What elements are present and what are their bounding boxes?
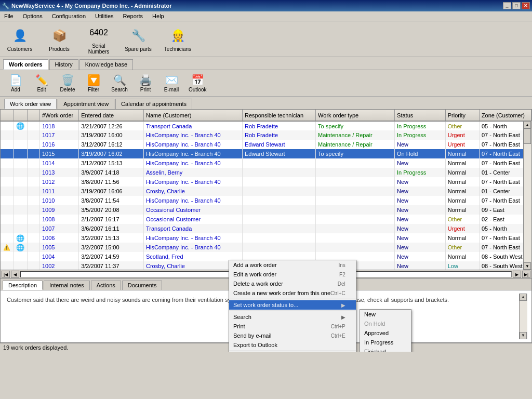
table-scrollbar[interactable]: ▲ ▼ bbox=[523, 121, 531, 270]
close-button[interactable]: ✕ bbox=[522, 2, 530, 9]
desc-scroll-up[interactable]: ▲ bbox=[520, 294, 527, 301]
col-header-filter[interactable] bbox=[28, 110, 40, 121]
context-menu-item-ctx-add[interactable]: Add a work orderIns bbox=[229, 260, 356, 270]
toolbar-customers[interactable]: 👤 Customers bbox=[4, 26, 35, 52]
submenu-item-sub-new[interactable]: New bbox=[360, 310, 411, 319]
table-row[interactable]: 🌐10063/2/2007 15:13HisCompany Inc. - Bra… bbox=[1, 233, 531, 243]
context-menu-item-ctx-set-status[interactable]: Set work order status to...▶ bbox=[229, 300, 356, 310]
nav-first[interactable]: |◀ bbox=[2, 271, 10, 278]
cell-customer: Scotland, Fred bbox=[144, 252, 243, 261]
products-icon: 📦 bbox=[50, 26, 69, 45]
menu-configuration[interactable]: Configuration bbox=[50, 12, 88, 20]
table-row[interactable]: 🌐10183/21/2007 12:26Transport CanadaRob … bbox=[1, 121, 531, 130]
cell-tech bbox=[242, 215, 315, 224]
context-menu-item-ctx-search[interactable]: Search▶ bbox=[229, 312, 356, 322]
menu-options[interactable]: Options bbox=[21, 12, 45, 20]
email-button[interactable]: ✉️ E-mail bbox=[160, 72, 183, 94]
context-menu-item-ctx-create-from[interactable]: Create a new work order from this oneCtr… bbox=[229, 288, 356, 298]
scroll-up-button[interactable]: ▲ bbox=[524, 121, 531, 128]
nav-next[interactable]: ▶ bbox=[513, 271, 521, 278]
desc-scrollbar[interactable]: ▲ ▼ bbox=[519, 294, 527, 339]
table-row[interactable]: 10143/12/2007 15:13HisCompany Inc. - Bra… bbox=[1, 158, 531, 168]
submenu-item-sub-approved[interactable]: Approved bbox=[360, 328, 411, 338]
context-menu-item-ctx-print[interactable]: PrintCtrl+P bbox=[229, 322, 356, 331]
menu-file[interactable]: File bbox=[2, 12, 16, 20]
search-button[interactable]: 🔍 Search bbox=[108, 72, 131, 94]
maximize-button[interactable]: □ bbox=[512, 2, 521, 9]
toolbar-products[interactable]: 📦 Products bbox=[44, 26, 75, 52]
cell-filter bbox=[28, 224, 40, 233]
cell-filter bbox=[28, 205, 40, 215]
bottom-tab-actions[interactable]: Actions bbox=[91, 281, 121, 290]
main-content: #Work order Entered date Name (Customer)… bbox=[0, 109, 532, 279]
scroll-down-button[interactable]: ▼ bbox=[524, 262, 531, 270]
cell-type bbox=[316, 215, 395, 224]
cell-flag bbox=[1, 215, 13, 224]
table-row[interactable]: 10133/9/2007 14:18Asselin, BernyIn Progr… bbox=[1, 168, 531, 177]
delete-button[interactable]: 🗑️ Delete bbox=[56, 72, 79, 94]
table-row[interactable]: 10163/12/2007 16:12HisCompany Inc. - Bra… bbox=[1, 140, 531, 149]
col-header-flag[interactable] bbox=[1, 110, 13, 121]
outlook-button[interactable]: 📅 Outlook bbox=[186, 72, 209, 94]
nav-prev[interactable]: ◀ bbox=[11, 271, 19, 278]
cell-tech: Rob Fradette bbox=[242, 121, 315, 130]
tab-wo-view[interactable]: Work order view bbox=[4, 99, 57, 109]
context-menu-item-ctx-email[interactable]: Send by e-mailCtrl+E bbox=[229, 331, 356, 340]
cell-status: New bbox=[395, 158, 446, 168]
toolbar-technicians[interactable]: 👷 Technicians bbox=[162, 26, 193, 52]
cell-type bbox=[316, 187, 395, 196]
toolbar-spare-parts[interactable]: 🔧 Spare parts bbox=[123, 26, 154, 52]
email-icon: ✉️ bbox=[165, 74, 178, 86]
col-header-status[interactable]: Status bbox=[395, 110, 446, 121]
menu-utilities[interactable]: Utilities bbox=[93, 12, 115, 20]
table-row[interactable]: 10113/19/2007 16:06Crosby, CharlieNewNor… bbox=[1, 187, 531, 196]
col-header-customer[interactable]: Name (Customer) bbox=[144, 110, 243, 121]
desc-scroll-down[interactable]: ▼ bbox=[520, 332, 527, 339]
cell-type bbox=[316, 205, 395, 215]
tab-history[interactable]: History bbox=[49, 59, 78, 70]
minimize-button[interactable]: _ bbox=[503, 2, 511, 9]
col-header-technician[interactable]: Responsible technician bbox=[242, 110, 315, 121]
cell-web: 🌐 bbox=[13, 243, 27, 252]
col-header-zone[interactable]: Zone (Customer) bbox=[479, 110, 531, 121]
ctx-item-shortcut: ▶ bbox=[341, 302, 345, 308]
add-button[interactable]: 📄 Add bbox=[4, 72, 27, 94]
cell-flag bbox=[1, 187, 13, 196]
customers-icon: 👤 bbox=[10, 26, 29, 45]
cell-customer: HisCompany Inc. - Branch 40 bbox=[144, 196, 243, 205]
bottom-tab-documents[interactable]: Documents bbox=[122, 281, 163, 290]
context-menu-item-ctx-outlook[interactable]: Export to Outlook bbox=[229, 340, 356, 350]
tab-knowledge-base[interactable]: Knowledge base bbox=[79, 59, 133, 70]
print-button[interactable]: 🖨️ Print bbox=[134, 72, 157, 94]
toolbar-serial-numbers[interactable]: 6402 Serial Numbers bbox=[83, 23, 114, 55]
col-header-wo-type[interactable]: Work order type bbox=[316, 110, 395, 121]
table-row[interactable]: 10123/8/2007 11:56HisCompany Inc. - Bran… bbox=[1, 177, 531, 187]
tab-work-orders[interactable]: Work orders bbox=[3, 59, 48, 70]
context-menu-item-ctx-edit[interactable]: Edit a work orderF2 bbox=[229, 270, 356, 279]
col-header-wo-num[interactable]: #Work order bbox=[39, 110, 78, 121]
cell-filter bbox=[28, 233, 40, 243]
table-row[interactable]: ⚠️🌐10053/2/2007 15:00HisCompany Inc. - B… bbox=[1, 243, 531, 252]
nav-last[interactable]: ▶| bbox=[522, 271, 530, 278]
table-row[interactable]: 10103/8/2007 11:54HisCompany Inc. - Bran… bbox=[1, 196, 531, 205]
context-menu-item-ctx-delete[interactable]: Delete a work orderDel bbox=[229, 279, 356, 288]
col-header-entered-date[interactable]: Entered date bbox=[79, 110, 144, 121]
col-header-web[interactable] bbox=[13, 110, 27, 121]
tab-appt-view[interactable]: Appointment view bbox=[58, 99, 114, 109]
tab-calendar-view[interactable]: Calendar of appointments bbox=[115, 99, 192, 109]
col-header-priority[interactable]: Priority bbox=[445, 110, 479, 121]
table-row[interactable]: 10173/19/2007 16:00HisCompany Inc. - Bra… bbox=[1, 130, 531, 140]
table-row[interactable]: 10082/1/2007 16:17Occasional CustomerNew… bbox=[1, 215, 531, 224]
table-row[interactable]: 10093/5/2007 20:08Occasional CustomerNew… bbox=[1, 205, 531, 215]
table-row[interactable]: 10073/6/2007 16:11Transport CanadaNewUrg… bbox=[1, 224, 531, 233]
submenu-item-sub-finished[interactable]: Finished bbox=[360, 347, 411, 352]
scroll-thumb[interactable] bbox=[524, 128, 531, 144]
filter-button[interactable]: 🔽 Filter bbox=[82, 72, 105, 94]
bottom-tab-notes[interactable]: Internal notes bbox=[44, 281, 90, 290]
menu-help[interactable]: Help bbox=[150, 12, 166, 20]
bottom-tab-description[interactable]: Description bbox=[3, 281, 43, 290]
edit-button[interactable]: ✏️ Edit bbox=[30, 72, 53, 94]
submenu-item-sub-inprogress[interactable]: In Progress bbox=[360, 338, 411, 347]
table-row[interactable]: 10153/19/2007 16:02HisCompany Inc. - Bra… bbox=[1, 149, 531, 158]
menu-reports[interactable]: Reports bbox=[121, 12, 145, 20]
